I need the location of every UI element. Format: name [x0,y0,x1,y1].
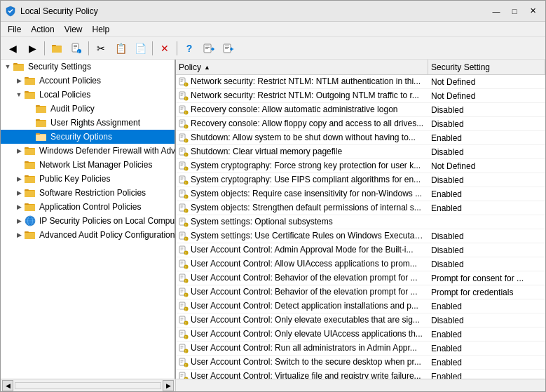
policy-text: System cryptography: Use FIPS compliant … [191,175,421,184]
list-item[interactable]: ! Network security: Restrict NTLM: Outgo… [176,89,545,103]
toolbar-separator-1 [44,41,45,55]
svg-rect-167 [181,332,184,332]
expander-local-policies[interactable]: ▼ [13,89,25,100]
expander-windows-firewall[interactable]: ▶ [13,145,25,156]
expander-app-control[interactable]: ▶ [13,201,25,212]
policy-row-icon: ! [179,161,189,171]
svg-rect-109 [181,194,183,194]
scroll-right-btn[interactable]: ▶ [163,380,174,391]
list-item[interactable]: ! User Account Control: Only elevate exe… [176,313,545,327]
tree-hscroll[interactable]: ◀ ▶ [1,379,176,391]
cut-button[interactable]: ✂ [92,40,110,57]
list-item[interactable]: ! User Account Control: Virtualize file … [176,370,545,379]
svg-rect-40 [25,163,35,169]
policy-text: Shutdown: Clear virtual memory pagefile [191,147,342,156]
list-item[interactable]: ! User Account Control: Admin Approval M… [176,243,545,257]
expander-account-policies[interactable]: ▶ [13,75,25,86]
back-button[interactable]: ◀ [4,40,22,57]
forward-button[interactable]: ▶ [23,40,41,57]
tree-node-software-restriction[interactable]: ▶ Software Restriction Policies [1,186,175,200]
menu-file[interactable]: File [4,23,25,36]
svg-rect-101 [181,177,184,178]
header-setting[interactable]: Security Setting [428,60,545,74]
tree-node-account-policies[interactable]: ▶ Account Policies [1,74,175,88]
list-item[interactable]: ! System objects: Require case insensiti… [176,187,545,201]
menu-view[interactable]: View [60,23,87,36]
tree-panel[interactable]: ▼ Security Settings ▶ [1,60,176,379]
setting-cell: Disabled [428,104,545,116]
paste-button[interactable]: 📄 [131,40,149,57]
expander-advanced-audit[interactable]: ▶ [13,229,25,241]
tree-node-ip-security[interactable]: ▶ IP Security Policies on Local Compute.… [1,214,175,228]
tree-label-local-policies: Local Policies [39,90,90,100]
close-button[interactable]: ✕ [524,4,541,18]
setting-cell: Disabled [428,231,545,242]
list-item[interactable]: ! User Account Control: Detect applicati… [176,299,545,313]
list-item[interactable]: ! System cryptography: Use FIPS complian… [176,173,545,187]
svg-rect-103 [181,180,183,180]
tree-node-network-list[interactable]: ▶ Network List Manager Policies [1,158,175,172]
scroll-track-left[interactable] [15,382,161,389]
list-item[interactable]: ! System objects: Strengthen default per… [176,201,545,215]
list-item[interactable]: ! User Account Control: Behavior of the … [176,285,545,299]
tree-node-security-options[interactable]: ▶ Security Options [1,130,175,144]
list-item[interactable]: ! User Account Control: Allow UIAccess a… [176,257,545,271]
svg-rect-119 [181,219,184,220]
policy-cell: ! User Account Control: Behavior of the … [176,272,428,284]
list-scroll[interactable]: ! Network security: Restrict NTLM: NTLM … [176,75,545,379]
header-policy[interactable]: Policy ▲ [176,60,428,74]
folder-button[interactable] [48,40,66,57]
list-item[interactable]: ! User Account Control: Only elevate UIA… [176,327,545,342]
tree-node-app-control[interactable]: ▶ Application Control Policies [1,200,175,214]
tree-node-advanced-audit[interactable]: ▶ Advanced Audit Policy Configuration [1,228,175,242]
app-icon [5,6,16,17]
policy-row-icon: ! [179,203,189,213]
properties-button[interactable]: i [67,40,86,57]
expander-ip-security[interactable]: ▶ [13,215,25,227]
toolbar-separator-2 [88,41,89,55]
tree-node-windows-firewall[interactable]: ▶ Windows Defender Firewall with Adva... [1,144,175,158]
expander-software-restriction[interactable]: ▶ [13,187,25,198]
export-button[interactable] [200,40,218,57]
list-item[interactable]: ! System settings: Optional subsystems [176,215,545,229]
list-item[interactable]: ! Recovery console: Allow floppy copy an… [176,117,545,131]
list-item[interactable]: ! System cryptography: Force strong key … [176,159,545,173]
maximize-button[interactable]: □ [506,4,523,18]
list-hscroll[interactable] [176,379,545,391]
svg-rect-169 [181,334,183,334]
policy-row-icon: ! [179,259,189,269]
list-item[interactable]: ! User Account Control: Switch to the se… [176,356,545,370]
svg-rect-181 [181,362,183,363]
list-item[interactable]: ! Shutdown: Clear virtual memory pagefil… [176,145,545,159]
list-item[interactable]: ! Network security: Restrict NTLM: NTLM … [176,75,545,89]
scroll-left-btn[interactable]: ◀ [2,380,13,391]
menu-help[interactable]: Help [88,23,114,36]
help-button[interactable]: ? [180,40,198,57]
copy-button[interactable]: 📋 [111,40,130,57]
tree-node-security-settings[interactable]: ▼ Security Settings [1,60,175,74]
svg-rect-121 [181,222,183,222]
menu-action[interactable]: Action [27,23,58,36]
minimize-button[interactable]: ― [488,4,505,18]
svg-rect-173 [181,346,184,346]
list-item[interactable]: ! User Account Control: Behavior of the … [176,271,545,285]
tree-node-audit-policy[interactable]: ▶ Audit Policy [1,102,175,116]
menubar: File Action View Help [1,22,545,37]
setting-cell: Enabled [428,133,545,144]
import-button[interactable] [219,40,238,57]
list-item[interactable]: ! Shutdown: Allow system to be shut down… [176,131,545,145]
list-item[interactable]: ! Recovery console: Allow automatic admi… [176,103,545,117]
list-item[interactable]: ! System settings: Use Certificate Rules… [176,229,545,243]
list-item[interactable]: ! User Account Control: Run all administ… [176,342,545,356]
tree-node-public-key[interactable]: ▶ Public Key Policies [1,172,175,186]
setting-cell: Disabled [428,175,545,186]
tree-node-local-policies[interactable]: ▼ Local Policies [1,88,175,102]
tree-node-user-rights[interactable]: ▶ User Rights Assignment [1,116,175,130]
svg-rect-131 [181,248,184,248]
delete-button[interactable]: ✕ [156,40,174,57]
svg-rect-77 [181,121,184,122]
expander-security-settings[interactable]: ▼ [2,61,13,72]
setting-cell: Prompt for consent for ... [428,273,545,284]
expander-public-key[interactable]: ▶ [13,173,25,184]
svg-rect-46 [25,191,35,197]
